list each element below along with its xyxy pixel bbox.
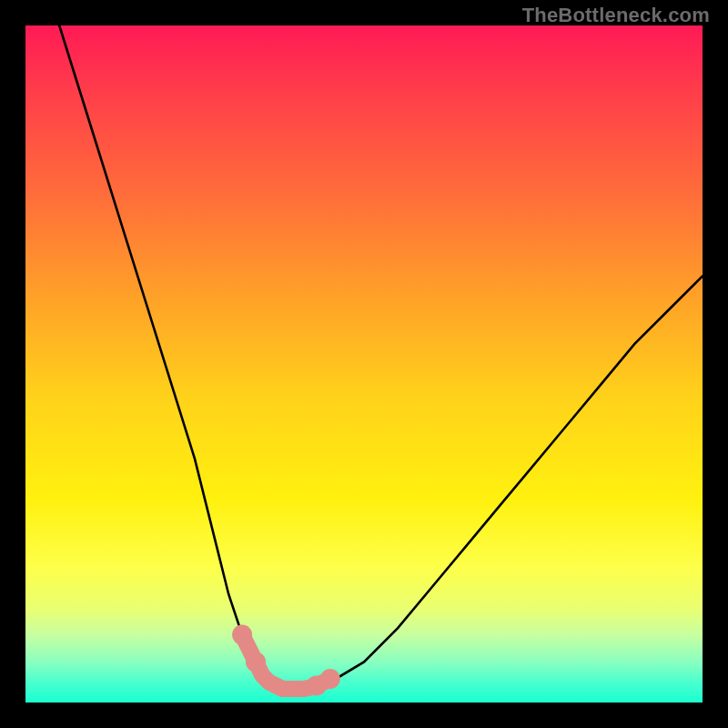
svg-point-1 <box>246 652 266 672</box>
bottleneck-curve <box>59 25 703 689</box>
chart-frame: TheBottleneck.com <box>0 0 728 728</box>
plot-area <box>25 25 703 703</box>
curve-svg <box>25 25 703 703</box>
watermark-text: TheBottleneck.com <box>522 4 710 27</box>
svg-point-0 <box>232 625 252 645</box>
highlighted-minimum <box>232 625 340 696</box>
svg-point-3 <box>320 669 340 689</box>
